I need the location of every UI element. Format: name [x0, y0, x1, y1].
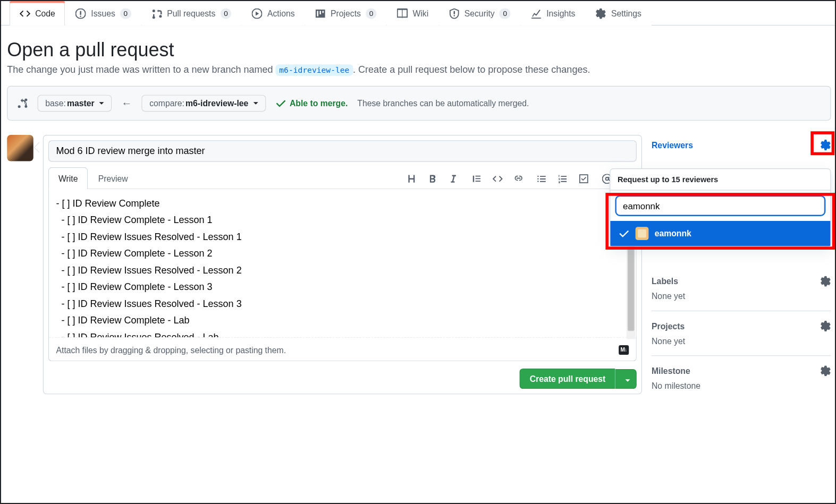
- ul-button[interactable]: [537, 174, 547, 184]
- bold-button[interactable]: [427, 174, 437, 184]
- link-button[interactable]: [513, 174, 523, 184]
- formatting-toolbar: [403, 169, 637, 189]
- projects-label: Projects: [652, 321, 685, 331]
- tab-actions[interactable]: Actions: [242, 2, 305, 25]
- milestone-label: Milestone: [652, 366, 690, 375]
- compare-bar: base: master ← compare: m6-idreview-lee …: [7, 86, 831, 121]
- security-count: 0: [500, 8, 511, 19]
- tab-label: Pull requests: [167, 9, 215, 19]
- milestone-value: No milestone: [652, 381, 831, 391]
- branch-chip: m6-idreview-lee: [276, 64, 353, 75]
- reviewers-label: Reviewers: [652, 140, 693, 150]
- tab-issues[interactable]: Issues0: [65, 2, 141, 25]
- code-button[interactable]: [493, 174, 503, 184]
- merge-status: Able to merge.: [275, 98, 348, 108]
- milestone-header[interactable]: Milestone: [652, 365, 831, 381]
- caret-icon: [626, 379, 630, 382]
- labels-value: None yet: [652, 292, 831, 301]
- play-icon: [252, 8, 263, 19]
- page-subtitle: The change you just made was written to …: [7, 64, 831, 75]
- pr-title-input[interactable]: [48, 140, 637, 162]
- project-icon: [315, 8, 326, 19]
- value: m6-idreview-lee: [185, 98, 248, 108]
- caret-icon: [99, 102, 104, 105]
- compose-box: Write Preview: [43, 135, 642, 394]
- popover-header: Request up to 15 reviewers: [610, 169, 830, 191]
- tab-code[interactable]: Code: [10, 2, 65, 25]
- pr-icon: [151, 8, 162, 19]
- labels-label: Labels: [652, 277, 678, 286]
- tab-preview[interactable]: Preview: [88, 167, 138, 190]
- check-icon: [619, 228, 629, 239]
- label: compare:: [149, 98, 184, 108]
- tab-wiki[interactable]: Wiki: [387, 2, 438, 25]
- reviewers-header[interactable]: Reviewers: [652, 140, 831, 155]
- tab-label: Settings: [611, 9, 641, 19]
- page-title: Open a pull request: [7, 39, 831, 61]
- shield-icon: [449, 8, 459, 19]
- tasklist-button[interactable]: [579, 174, 589, 184]
- reviewer-avatar: [636, 227, 649, 240]
- markdown-badge[interactable]: M↓: [619, 345, 629, 355]
- ol-button[interactable]: [558, 174, 568, 184]
- label: base:: [45, 98, 66, 108]
- tab-label: Code: [35, 9, 55, 19]
- reviewer-search-input[interactable]: [617, 197, 825, 215]
- pr-count: 0: [220, 8, 231, 19]
- body-box: Attach files by dragging & dropping, sel…: [48, 189, 637, 361]
- author-avatar-wrap: [7, 135, 33, 161]
- reviewers-gear-icon[interactable]: [820, 140, 831, 150]
- caret-icon: [253, 102, 258, 105]
- repo-tabs: Code Issues0 Pull requests0 Actions Proj…: [1, 1, 836, 25]
- speech-pointer: [34, 142, 39, 153]
- reviewers-popover: Request up to 15 reviewers eamonnk: [610, 168, 831, 246]
- projects-value: None yet: [652, 336, 831, 346]
- tab-insights[interactable]: Insights: [521, 2, 586, 25]
- gear-icon: [596, 8, 606, 19]
- tab-label: Wiki: [412, 9, 428, 19]
- compare-icon: [17, 98, 28, 108]
- tab-security[interactable]: Security0: [438, 2, 520, 25]
- page-header: Open a pull request The change you just …: [1, 25, 836, 75]
- compare-branch-select[interactable]: compare: m6-idreview-lee: [142, 95, 266, 112]
- quote-button[interactable]: [471, 174, 482, 184]
- attach-hint[interactable]: Attach files by dragging & dropping, sel…: [49, 339, 636, 361]
- reviewer-name: eamonnk: [655, 229, 691, 238]
- tab-pull-requests[interactable]: Pull requests0: [141, 2, 242, 25]
- projects-header[interactable]: Projects: [652, 321, 831, 336]
- create-pr-dropdown[interactable]: [615, 369, 637, 388]
- subtitle-pre: The change you just made was written to …: [7, 64, 275, 74]
- issue-count: 0: [120, 8, 131, 19]
- projects-gear-icon[interactable]: [820, 321, 831, 331]
- merge-message: These branches can be automatically merg…: [357, 98, 529, 108]
- create-pr-button[interactable]: Create pull request: [520, 369, 615, 389]
- sidebar: Reviewers Request up to 15 reviewers eam…: [652, 135, 831, 400]
- compose-toolbar: Write Preview: [48, 167, 637, 190]
- reviewer-result[interactable]: eamonnk: [610, 221, 830, 246]
- milestone-gear-icon[interactable]: [820, 365, 831, 376]
- create-pr-button-group: Create pull request: [520, 369, 637, 389]
- heading-button[interactable]: [407, 174, 417, 184]
- subtitle-post: . Create a pull request below to propose…: [353, 64, 590, 74]
- base-branch-select[interactable]: base: master: [38, 95, 112, 112]
- italic-button[interactable]: [449, 174, 459, 184]
- projects-count: 0: [366, 8, 377, 19]
- code-icon: [20, 8, 30, 19]
- tab-settings[interactable]: Settings: [586, 2, 652, 25]
- scrollbar-thumb[interactable]: [628, 241, 634, 331]
- pr-body-textarea[interactable]: [49, 189, 636, 337]
- tab-label: Insights: [546, 9, 575, 19]
- tab-label: Issues: [91, 9, 115, 19]
- tab-projects[interactable]: Projects0: [305, 2, 387, 25]
- tab-label: Actions: [267, 9, 295, 19]
- book-icon: [397, 8, 408, 19]
- labels-header[interactable]: Labels: [652, 276, 831, 292]
- value: master: [67, 98, 95, 108]
- tab-write[interactable]: Write: [48, 167, 88, 190]
- write-preview-tabs: Write Preview: [48, 167, 138, 189]
- graph-icon: [531, 8, 542, 19]
- author-avatar[interactable]: [7, 135, 33, 161]
- arrow-left-icon: ←: [121, 97, 132, 110]
- tab-label: Security: [465, 9, 495, 19]
- labels-gear-icon[interactable]: [820, 276, 831, 287]
